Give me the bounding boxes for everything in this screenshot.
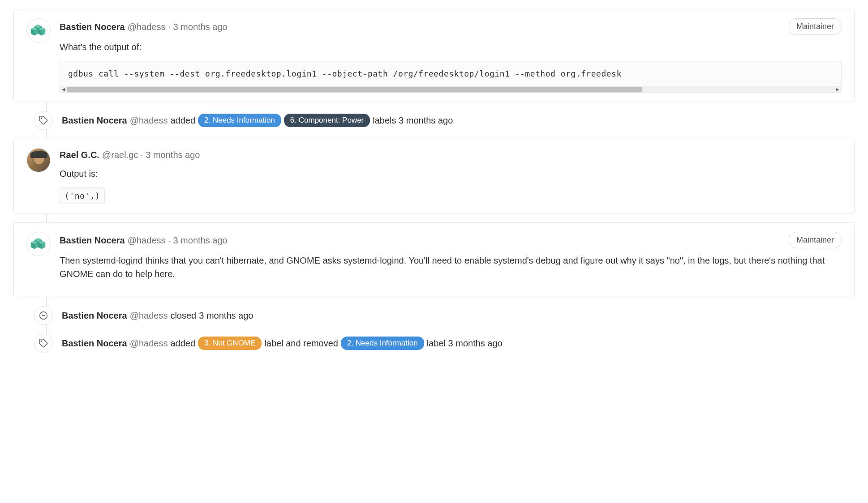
svg-point-21	[41, 341, 42, 342]
avatar[interactable]	[26, 148, 51, 172]
comment-card: Bastien Nocera @hadess · 3 months ago Ma…	[13, 9, 855, 102]
author-name[interactable]: Bastien Nocera	[60, 234, 125, 247]
comment-body: Bastien Nocera @hadess · 3 months ago Ma…	[60, 232, 842, 288]
action-closed: closed	[170, 309, 196, 322]
comment-body: Rael G.C. @rael.gc · 3 months ago Output…	[60, 148, 842, 204]
comment-header-left: Bastien Nocera @hadess · 3 months ago	[60, 234, 228, 247]
author-name[interactable]: Bastien Nocera	[62, 309, 127, 322]
maintainer-badge: Maintainer	[789, 18, 842, 35]
comment-text: What's the output of:	[60, 40, 842, 54]
code-scrollbar[interactable]: ◀ ▶	[60, 86, 842, 93]
separator: ·	[168, 235, 170, 247]
author-handle[interactable]: @hadess	[128, 234, 166, 247]
author-name[interactable]: Bastien Nocera	[60, 20, 125, 34]
scroll-thumb[interactable]	[67, 87, 642, 92]
code-block-wrapper: gdbus call --system --dest org.freedeskt…	[60, 61, 842, 93]
action-added: added	[170, 114, 195, 127]
separator: ·	[168, 21, 170, 34]
comment-text: Output is:	[60, 167, 842, 180]
comment-header: Rael G.C. @rael.gc · 3 months ago	[60, 148, 842, 162]
action-mid: label and removed	[264, 337, 338, 350]
system-note-text: Bastien Nocera @hadess added 2. Needs In…	[62, 114, 453, 127]
separator: ·	[141, 149, 143, 162]
comment-text: Then systemd-logind thinks that you can'…	[60, 254, 842, 281]
timeline: Bastien Nocera @hadess · 3 months ago Ma…	[9, 9, 859, 353]
author-handle[interactable]: @rael.gc	[102, 148, 138, 162]
tag-icon	[34, 334, 53, 353]
maintainer-badge: Maintainer	[789, 232, 842, 248]
label-needs-information[interactable]: 2. Needs Information	[341, 337, 424, 350]
avatar-cubes-icon	[28, 20, 49, 41]
scroll-track[interactable]	[67, 87, 834, 92]
author-handle[interactable]: @hadess	[130, 114, 168, 127]
comment-header-left: Bastien Nocera @hadess · 3 months ago	[60, 20, 228, 34]
system-note-labels-added: Bastien Nocera @hadess added 2. Needs In…	[13, 111, 855, 130]
comment-body: Bastien Nocera @hadess · 3 months ago Ma…	[60, 18, 842, 93]
comment-card: Rael G.C. @rael.gc · 3 months ago Output…	[13, 139, 855, 213]
tag-icon	[34, 111, 53, 130]
timestamp[interactable]: 3 months ago	[173, 20, 227, 34]
author-name[interactable]: Bastien Nocera	[62, 114, 127, 127]
scroll-left-arrow-icon[interactable]: ◀	[61, 86, 66, 93]
action-added: added	[170, 337, 195, 350]
avatar[interactable]	[26, 18, 51, 43]
label-component-power[interactable]: 6. Component: Power	[284, 114, 370, 127]
action-suffix: labels 3 months ago	[373, 114, 453, 127]
system-note-text: Bastien Nocera @hadess added 3. Not GNOM…	[62, 337, 503, 350]
scroll-right-arrow-icon[interactable]: ▶	[835, 86, 840, 93]
comment-header: Bastien Nocera @hadess · 3 months ago Ma…	[60, 18, 842, 35]
closed-icon	[34, 306, 53, 325]
avatar-cubes-icon	[28, 234, 49, 254]
svg-point-9	[41, 118, 42, 119]
author-name[interactable]: Bastien Nocera	[62, 337, 127, 350]
system-note-text: Bastien Nocera @hadess closed 3 months a…	[62, 309, 253, 322]
label-needs-information[interactable]: 2. Needs Information	[198, 114, 281, 127]
action-suffix: 3 months ago	[199, 309, 253, 322]
system-note-labels-changed: Bastien Nocera @hadess added 3. Not GNOM…	[13, 334, 855, 353]
author-name[interactable]: Rael G.C.	[60, 148, 99, 162]
timestamp[interactable]: 3 months ago	[146, 148, 200, 162]
comment-card: Bastien Nocera @hadess · 3 months ago Ma…	[13, 222, 855, 297]
comment-header-left: Rael G.C. @rael.gc · 3 months ago	[60, 148, 200, 162]
code-inline[interactable]: ('no',)	[60, 188, 105, 204]
author-handle[interactable]: @hadess	[128, 20, 166, 34]
action-suffix: label 3 months ago	[427, 337, 503, 350]
label-not-gnome[interactable]: 3. Not GNOME	[198, 337, 262, 350]
timestamp[interactable]: 3 months ago	[173, 234, 227, 247]
code-block[interactable]: gdbus call --system --dest org.freedeskt…	[60, 61, 842, 86]
author-handle[interactable]: @hadess	[130, 309, 168, 322]
author-handle[interactable]: @hadess	[130, 337, 168, 350]
avatar[interactable]	[26, 232, 51, 256]
avatar-photo	[27, 148, 50, 172]
system-note-closed: Bastien Nocera @hadess closed 3 months a…	[13, 306, 855, 325]
comment-header: Bastien Nocera @hadess · 3 months ago Ma…	[60, 232, 842, 248]
